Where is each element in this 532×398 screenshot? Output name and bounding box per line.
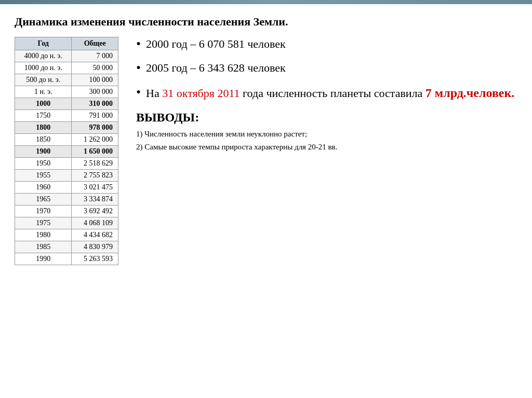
conclusions-title: ВЫВОДЫ:	[136, 111, 517, 125]
table-cell-population: 7 000	[72, 50, 118, 62]
conclusion-1: 1) Численность населения земли неуклонно…	[136, 129, 517, 140]
table-cell-population: 3 021 475	[72, 181, 118, 193]
table-cell-year: 1970	[15, 205, 72, 217]
table-cell-year: 1950	[15, 157, 72, 169]
bullet-item-2: 2005 год – 6 343 628 человек	[136, 61, 517, 76]
table-cell-year: 1980	[15, 229, 72, 241]
table-cell-population: 1 650 000	[72, 145, 118, 157]
content-area: Год Общее 4000 до н. э.7 0001000 до н. э…	[15, 37, 517, 265]
top-bar	[0, 0, 532, 4]
table-cell-year: 1965	[15, 193, 72, 205]
table-header-total: Общее	[72, 37, 118, 50]
bullet-3-pre: На	[146, 87, 162, 100]
table-header-year: Год	[15, 37, 72, 50]
table-cell-year: 1990	[15, 253, 72, 265]
table-cell-population: 1 262 000	[72, 133, 118, 145]
table-cell-population: 310 000	[72, 98, 118, 109]
table-cell-year: 1985	[15, 241, 72, 253]
slide-container: Динамика изменения численности населения…	[0, 4, 532, 398]
table-cell-population: 2 518 629	[72, 157, 118, 169]
table-cell-year: 1955	[15, 169, 72, 181]
page-title: Динамика изменения численности населения…	[15, 15, 517, 30]
conclusions-list: 1) Численность населения земли неуклонно…	[136, 129, 517, 153]
table-cell-year: 1000	[15, 98, 72, 109]
table-cell-year: 1850	[15, 133, 72, 145]
table-cell-year: 1000 до н. э.	[15, 62, 72, 74]
bullet-item-1: 2000 год – 6 070 581 человек	[136, 37, 517, 52]
bullet-3-mid: года численность планеты составила	[240, 87, 425, 100]
table-cell-population: 300 000	[72, 86, 118, 98]
table-cell-year: 1975	[15, 217, 72, 229]
bullet-3-highlight2: 7 млрд.человек.	[425, 86, 514, 100]
table-cell-year: 1900	[15, 145, 72, 157]
table-cell-year: 500 до н. э.	[15, 74, 72, 86]
table-cell-population: 4 830 979	[72, 241, 118, 253]
table-cell-year: 1960	[15, 181, 72, 193]
table-cell-year: 1750	[15, 109, 72, 121]
table-cell-population: 5 263 593	[72, 253, 118, 265]
table-cell-year: 1 н. э.	[15, 86, 72, 98]
table-cell-population: 2 755 823	[72, 169, 118, 181]
bullet-list: 2000 год – 6 070 581 человек 2005 год – …	[136, 37, 517, 101]
bullet-2-text: 2005 год – 6 343 628 человек	[146, 61, 286, 76]
table-cell-population: 3 692 492	[72, 205, 118, 217]
table-cell-population: 50 000	[72, 62, 118, 74]
table-cell-year: 4000 до н. э.	[15, 50, 72, 62]
table-cell-year: 1800	[15, 121, 72, 133]
table-cell-population: 4 068 109	[72, 217, 118, 229]
table-cell-population: 3 334 874	[72, 193, 118, 205]
table-cell-population: 791 000	[72, 109, 118, 121]
bullet-3-content: На 31 октября 2011 года численность план…	[146, 85, 514, 101]
table-cell-population: 978 000	[72, 121, 118, 133]
info-section: 2000 год – 6 070 581 человек 2005 год – …	[131, 37, 517, 155]
table-section: Год Общее 4000 до н. э.7 0001000 до н. э…	[15, 37, 118, 265]
bullet-item-3: На 31 октября 2011 года численность план…	[136, 85, 517, 101]
bullet-3-highlight: 31 октября 2011	[162, 87, 240, 100]
bullet-1-text: 2000 год – 6 070 581 человек	[146, 37, 286, 52]
conclusion-2: 2) Самые высокие темпы прироста характер…	[136, 142, 517, 153]
population-table: Год Общее 4000 до н. э.7 0001000 до н. э…	[15, 37, 118, 265]
table-cell-population: 100 000	[72, 74, 118, 86]
table-cell-population: 4 434 682	[72, 229, 118, 241]
